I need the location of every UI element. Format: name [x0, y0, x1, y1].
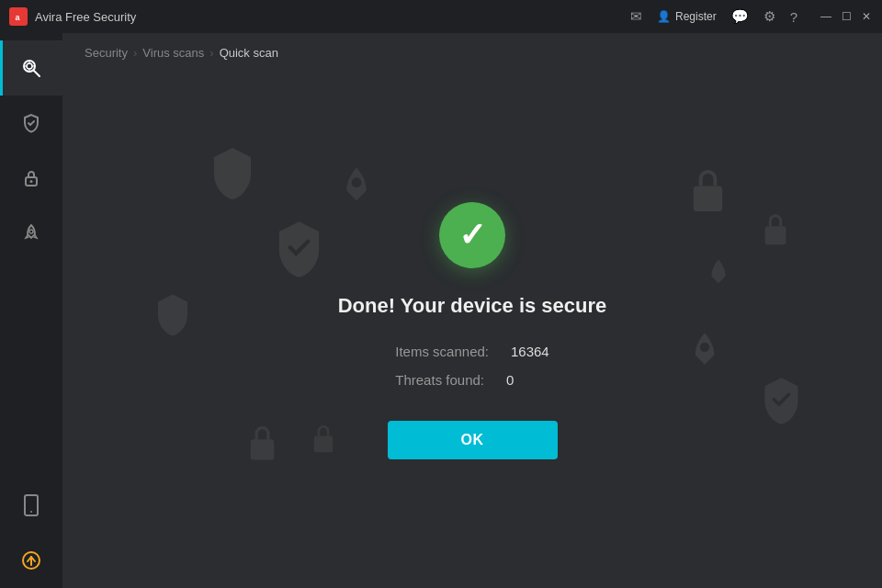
sidebar-item-performance[interactable] [0, 206, 62, 261]
mail-icon[interactable]: ✉ [630, 8, 642, 25]
svg-point-13 [30, 511, 32, 513]
checkmark-icon: ✓ [458, 219, 486, 252]
sidebar-bottom [0, 478, 62, 588]
svg-rect-16 [694, 187, 722, 212]
shield-check-icon [21, 113, 41, 133]
upload-icon [21, 550, 41, 571]
svg-point-19 [700, 343, 709, 352]
chat-icon[interactable]: 💬 [731, 8, 749, 25]
items-scanned-value: 16364 [511, 344, 549, 359]
avira-logo: a [9, 7, 28, 26]
rocket-icon [21, 223, 41, 243]
breadcrumb-virusscans[interactable]: Virus scans [142, 46, 204, 60]
svg-point-3 [27, 63, 32, 69]
svg-rect-17 [251, 439, 274, 459]
breadcrumb-sep-1: › [133, 46, 137, 60]
title-bar: a Avira Free Security ✉ 👤 Register 💬 ⚙ ?… [0, 0, 882, 33]
close-button[interactable]: ✕ [860, 10, 873, 23]
breadcrumb-quickscan: Quick scan [220, 46, 278, 60]
main-content: Security › Virus scans › Quick scan [62, 33, 882, 588]
app-container: Security › Virus scans › Quick scan [0, 33, 882, 588]
breadcrumb: Security › Virus scans › Quick scan [62, 33, 882, 73]
items-scanned-label: Items scanned: [395, 344, 489, 359]
success-circle: ✓ [439, 202, 505, 268]
scan-result: ✓ Done! Your device is secure Items scan… [62, 73, 882, 588]
svg-rect-20 [765, 226, 786, 244]
window-controls: — ☐ ✕ [820, 10, 873, 23]
title-bar-right: ✉ 👤 Register 💬 ⚙ ? — ☐ ✕ [630, 8, 873, 25]
result-title: Done! Your device is secure [338, 294, 607, 318]
ok-button[interactable]: OK [388, 421, 558, 459]
svg-point-18 [352, 177, 362, 187]
threats-found-label: Threats found: [395, 372, 484, 388]
svg-rect-21 [314, 435, 333, 452]
user-icon: 👤 [657, 10, 671, 23]
breadcrumb-security[interactable]: Security [85, 46, 128, 60]
threats-found-value: 0 [506, 372, 514, 388]
minimize-button[interactable]: — [820, 10, 832, 23]
threats-found-row: Threats found: 0 [395, 372, 548, 388]
items-scanned-row: Items scanned: 16364 [395, 344, 548, 359]
app-title: Avira Free Security [35, 10, 136, 24]
sidebar-item-protection[interactable] [0, 96, 62, 151]
svg-point-11 [29, 230, 33, 233]
bg-decorations [62, 73, 882, 588]
sidebar-item-privacy[interactable] [0, 151, 62, 206]
svg-point-10 [30, 180, 33, 183]
sidebar-item-search[interactable] [0, 40, 62, 96]
sidebar [0, 33, 62, 588]
stats-container: Items scanned: 16364 Threats found: 0 [395, 344, 548, 388]
maximize-button[interactable]: ☐ [840, 10, 853, 23]
svg-line-4 [34, 71, 40, 76]
lock-icon [21, 168, 41, 188]
sidebar-item-device[interactable] [0, 478, 62, 533]
sidebar-item-update[interactable] [0, 533, 62, 588]
title-bar-left: a Avira Free Security [9, 7, 136, 26]
mobile-icon [23, 494, 40, 516]
help-icon[interactable]: ? [790, 9, 797, 25]
register-button[interactable]: 👤 Register [657, 10, 717, 23]
search-scan-icon [21, 58, 41, 78]
breadcrumb-sep-2: › [209, 46, 213, 60]
settings-icon[interactable]: ⚙ [763, 8, 775, 25]
